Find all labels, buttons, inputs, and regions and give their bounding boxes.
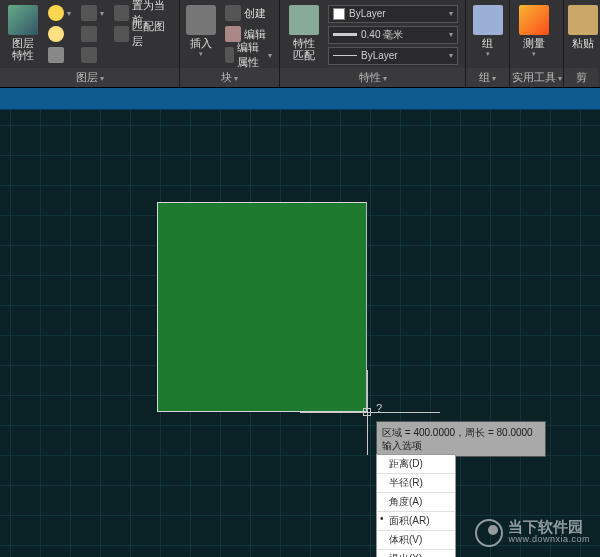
tooltip-result: 区域 = 400.0000，周长 = 80.0000	[382, 426, 540, 439]
group-button[interactable]: 组 ▾	[470, 3, 505, 68]
group-icon	[473, 5, 503, 35]
paste-button[interactable]: 粘贴	[568, 3, 598, 68]
panel-title-properties[interactable]: 特性▾	[280, 68, 465, 87]
lineweight-value: 0.40 毫米	[361, 28, 403, 42]
panel-properties: 特性匹配 ByLayer ▾ 0.40 毫米 ▾ ByLayer ▾	[280, 0, 466, 87]
edit-attr-label: 编辑属性	[237, 40, 263, 70]
edit-icon	[225, 26, 241, 42]
lineweight-preview	[333, 33, 357, 36]
lineweight-dropdown[interactable]: 0.40 毫米 ▾	[328, 26, 458, 44]
group-label: 组	[482, 37, 493, 49]
layer-toggle-icon	[81, 26, 97, 42]
panel-title-layers[interactable]: 图层▾	[0, 68, 179, 87]
drawn-rectangle[interactable]	[157, 202, 367, 412]
insert-icon	[186, 5, 216, 35]
layer-state-button[interactable]: ▾	[45, 3, 74, 23]
panel-title-block[interactable]: 块▾	[180, 68, 279, 87]
create-label: 创建	[244, 6, 266, 21]
panel-utilities: 测量 ▾ 实用工具▾	[510, 0, 564, 87]
panel-title-utilities[interactable]: 实用工具▾	[510, 68, 563, 87]
layer-properties-button[interactable]: 图层特性	[4, 3, 41, 68]
paste-label: 粘贴	[572, 37, 594, 49]
ribbon: 图层特性 ▾ ▾ 置为当前 匹配图层 图层▾ 插入 ▾	[0, 0, 600, 88]
create-block-button[interactable]: 创建	[222, 3, 275, 23]
linetype-value: ByLayer	[361, 50, 398, 61]
color-value: ByLayer	[349, 8, 386, 19]
panel-group: 组 ▾ 组▾	[466, 0, 510, 87]
menu-item-radius[interactable]: 半径(R)	[377, 474, 455, 493]
layer-state-2-button[interactable]: ▾	[78, 3, 107, 23]
match-properties-button[interactable]: 特性匹配	[284, 3, 324, 68]
panel-block: 插入 ▾ 创建 编辑 编辑属性▾ 块▾	[180, 0, 280, 87]
insert-label: 插入	[190, 37, 212, 49]
panel-title-clipboard[interactable]: 剪	[564, 68, 598, 87]
watermark-logo-icon	[475, 519, 503, 547]
quick-access-bar	[0, 88, 600, 110]
insert-button[interactable]: 插入 ▾	[184, 3, 218, 68]
menu-item-exit[interactable]: 退出(X)	[377, 550, 455, 557]
options-menu: 距离(D) 半径(R) 角度(A) 面积(AR) 体积(V) 退出(X)	[376, 454, 456, 557]
set-current-icon	[114, 5, 129, 21]
menu-item-angle[interactable]: 角度(A)	[377, 493, 455, 512]
menu-item-volume[interactable]: 体积(V)	[377, 531, 455, 550]
match-layer-button[interactable]: 匹配图层	[111, 24, 175, 44]
linetype-dropdown[interactable]: ByLayer ▾	[328, 47, 458, 65]
measure-label: 测量	[523, 37, 545, 49]
match-layer-label: 匹配图层	[132, 19, 172, 49]
panel-clipboard: 粘贴 剪	[564, 0, 598, 87]
menu-item-area[interactable]: 面积(AR)	[377, 512, 455, 531]
panel-title-group[interactable]: 组▾	[466, 68, 509, 87]
layer-lock-button[interactable]	[45, 45, 74, 65]
layer-misc-icon	[81, 47, 97, 63]
drawing-canvas[interactable]: ? 区域 = 400.0000，周长 = 80.0000 输入选项 距离(D) …	[0, 110, 600, 557]
linetype-preview	[333, 55, 357, 56]
cursor-pickbox	[363, 408, 371, 416]
lock-icon	[48, 47, 64, 63]
color-swatch	[333, 8, 345, 20]
layer-icon	[81, 5, 97, 21]
match-properties-label: 特性匹配	[293, 37, 315, 61]
panel-layers: 图层特性 ▾ ▾ 置为当前 匹配图层 图层▾	[0, 0, 180, 87]
layer-properties-label: 图层特性	[12, 37, 34, 61]
prompt-marker: ?	[376, 402, 382, 414]
layer-toggle-button[interactable]	[78, 24, 107, 44]
match-properties-icon	[289, 5, 319, 35]
layer-misc-button[interactable]	[78, 45, 107, 65]
edit-attr-button[interactable]: 编辑属性▾	[222, 45, 275, 65]
menu-item-distance[interactable]: 距离(D)	[377, 455, 455, 474]
paste-icon	[568, 5, 598, 35]
create-icon	[225, 5, 241, 21]
watermark: 当下软件园 www.downxia.com	[475, 519, 590, 547]
layer-properties-icon	[8, 5, 38, 35]
sun-icon	[48, 26, 64, 42]
edit-attr-icon	[225, 47, 234, 63]
measure-icon	[519, 5, 549, 35]
command-tooltip: 区域 = 400.0000，周长 = 80.0000 输入选项	[376, 421, 546, 457]
match-layer-icon	[114, 26, 129, 42]
layer-visibility-button[interactable]	[45, 24, 74, 44]
color-dropdown[interactable]: ByLayer ▾	[328, 5, 458, 23]
watermark-name: 当下软件园	[508, 520, 590, 533]
tooltip-prompt: 输入选项	[382, 439, 540, 452]
watermark-url: www.downxia.com	[508, 533, 590, 546]
bulb-icon	[48, 5, 64, 21]
measure-button[interactable]: 测量 ▾	[514, 3, 554, 68]
